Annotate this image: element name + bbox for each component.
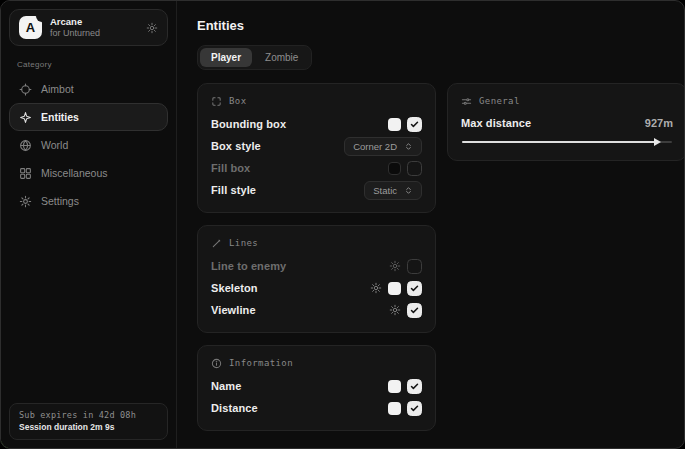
setting-row: Box style Corner 2D bbox=[211, 135, 422, 157]
sidebar: A Arcane for Unturned Category Aimbot bbox=[1, 1, 177, 448]
chevron-up-down-icon bbox=[404, 142, 413, 151]
information-section-card: Information Name Distance bbox=[197, 345, 436, 431]
corner-brackets-icon bbox=[211, 96, 222, 107]
slider-track bbox=[462, 141, 672, 143]
slider-thumb[interactable] bbox=[654, 138, 661, 146]
setting-label: Max distance bbox=[461, 117, 531, 129]
app-logo: A bbox=[19, 16, 42, 39]
category-label: Category bbox=[17, 60, 168, 69]
gear-icon[interactable] bbox=[146, 22, 158, 34]
page-title: Entities bbox=[197, 18, 685, 33]
tab-player[interactable]: Player bbox=[200, 48, 252, 67]
lines-section-card: Lines Line to enemy Skeleton bbox=[197, 225, 436, 333]
app-window: A Arcane for Unturned Category Aimbot bbox=[0, 0, 685, 449]
globe-icon bbox=[19, 139, 32, 152]
max-distance-slider[interactable] bbox=[462, 137, 672, 147]
checkbox[interactable] bbox=[407, 117, 422, 132]
sidebar-item-settings[interactable]: Settings bbox=[9, 187, 168, 215]
box-section-card: Box Bounding box Box style Corne bbox=[197, 83, 436, 213]
sidebar-item-miscellaneous[interactable]: Miscellaneous bbox=[9, 159, 168, 187]
gear-icon[interactable] bbox=[370, 282, 382, 294]
sparkle-icon bbox=[19, 111, 32, 124]
setting-label: Fill style bbox=[211, 184, 256, 196]
sidebar-item-label: Aimbot bbox=[41, 83, 74, 95]
session-duration-text: Session duration 2m 9s bbox=[19, 422, 158, 432]
setting-row: Name bbox=[211, 375, 422, 397]
checkbox[interactable] bbox=[407, 281, 422, 296]
sidebar-item-label: Settings bbox=[41, 195, 79, 207]
sidebar-item-label: Miscellaneous bbox=[41, 167, 108, 179]
checkbox[interactable] bbox=[407, 379, 422, 394]
box-style-dropdown[interactable]: Corner 2D bbox=[344, 137, 422, 156]
diagonal-line-icon bbox=[211, 238, 222, 249]
logo-initial: A bbox=[26, 20, 35, 35]
color-swatch[interactable] bbox=[388, 162, 401, 175]
chevron-up-down-icon bbox=[404, 186, 413, 195]
fill-style-dropdown[interactable]: Static bbox=[364, 181, 422, 200]
tab-bar: Player Zombie bbox=[197, 45, 312, 70]
setting-label: Bounding box bbox=[211, 118, 286, 130]
setting-row: Line to enemy bbox=[211, 255, 422, 277]
info-icon bbox=[211, 358, 222, 369]
setting-label: Distance bbox=[211, 402, 258, 414]
slider-value: 927m bbox=[645, 117, 673, 129]
color-swatch[interactable] bbox=[388, 380, 401, 393]
app-subtitle: for Unturned bbox=[50, 28, 100, 38]
sidebar-item-label: World bbox=[41, 139, 68, 151]
main-panel: Entities Player Zombie Box Bounding box bbox=[177, 1, 685, 448]
subscription-info-card: Sub expires in 42d 08h Session duration … bbox=[9, 403, 168, 440]
section-title: Information bbox=[229, 358, 293, 368]
setting-row: Fill box bbox=[211, 157, 422, 179]
sub-expiry-text: Sub expires in 42d 08h bbox=[19, 410, 158, 420]
checkbox[interactable] bbox=[407, 161, 422, 176]
checkbox[interactable] bbox=[407, 259, 422, 274]
gear-icon bbox=[19, 195, 32, 208]
section-title: Lines bbox=[229, 238, 258, 248]
setting-label: Box style bbox=[211, 140, 261, 152]
general-section-card: General Max distance 927m bbox=[447, 83, 685, 161]
dropdown-value: Corner 2D bbox=[353, 141, 397, 152]
sidebar-item-label: Entities bbox=[41, 111, 79, 123]
section-title: General bbox=[479, 96, 520, 106]
gear-icon[interactable] bbox=[389, 304, 401, 316]
color-swatch[interactable] bbox=[388, 402, 401, 415]
sidebar-item-entities[interactable]: Entities bbox=[9, 103, 168, 131]
setting-row: Max distance 927m bbox=[461, 113, 673, 133]
color-swatch[interactable] bbox=[388, 282, 401, 295]
sidebar-item-world[interactable]: World bbox=[9, 131, 168, 159]
grid-icon bbox=[19, 167, 32, 180]
section-title: Box bbox=[229, 96, 246, 106]
brand-card: A Arcane for Unturned bbox=[9, 9, 168, 46]
setting-label: Line to enemy bbox=[211, 260, 286, 272]
setting-row: Fill style Static bbox=[211, 179, 422, 201]
setting-row: Distance bbox=[211, 397, 422, 419]
setting-label: Skeleton bbox=[211, 282, 258, 294]
checkbox[interactable] bbox=[407, 303, 422, 318]
setting-row: Bounding box bbox=[211, 113, 422, 135]
setting-label: Viewline bbox=[211, 304, 256, 316]
setting-label: Fill box bbox=[211, 162, 250, 174]
sidebar-nav: Aimbot Entities World Miscellaneous bbox=[9, 75, 168, 215]
app-title: Arcane bbox=[50, 17, 100, 28]
dropdown-value: Static bbox=[373, 185, 397, 196]
color-swatch[interactable] bbox=[388, 118, 401, 131]
checkbox[interactable] bbox=[407, 401, 422, 416]
sliders-icon bbox=[461, 96, 472, 107]
setting-row: Skeleton bbox=[211, 277, 422, 299]
tab-zombie[interactable]: Zombie bbox=[254, 48, 309, 67]
gear-icon[interactable] bbox=[389, 260, 401, 272]
sidebar-item-aimbot[interactable]: Aimbot bbox=[9, 75, 168, 103]
setting-row: Viewline bbox=[211, 299, 422, 321]
crosshair-icon bbox=[19, 83, 32, 96]
setting-label: Name bbox=[211, 380, 241, 392]
slider-fill bbox=[462, 141, 657, 143]
